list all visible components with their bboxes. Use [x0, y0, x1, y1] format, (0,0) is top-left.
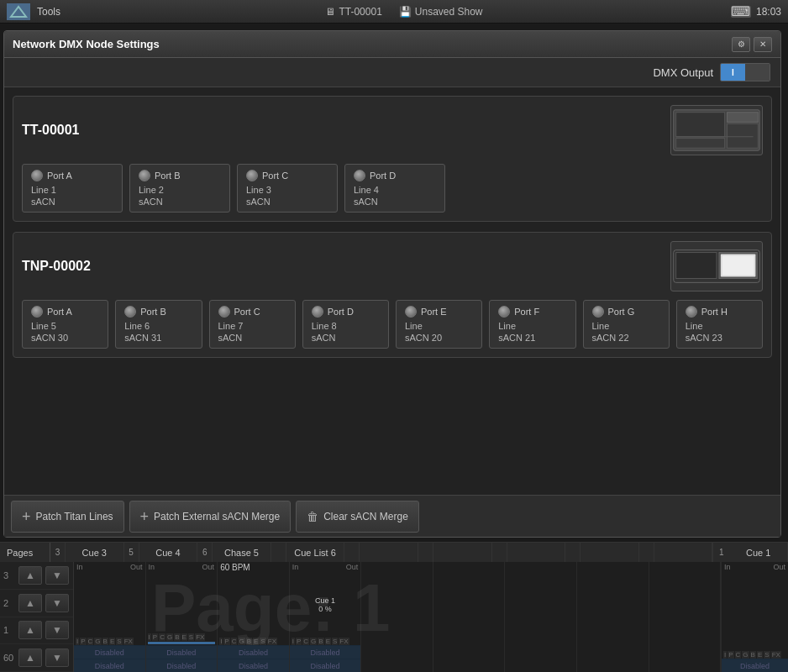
slot-top-slot-cuelist6: Cue 10 % [290, 572, 361, 638]
page-num-8 [639, 543, 654, 562]
slot-top-slot-e5 [649, 562, 721, 672]
right-slot-flag-P: P [728, 651, 733, 659]
port-protocol-node-tnp00002-7: sACN 23 [686, 333, 754, 343]
port-protocol-node-tnp00002-2: sACN [218, 333, 286, 343]
modal-network-dmx: Network DMX Node Settings ⚙ ✕ DMX Output… [3, 30, 781, 538]
slot-flag-G-slot-cue3: G [94, 638, 101, 645]
action-btn-label-btn-clear-sacn: Clear sACN Merge [323, 511, 408, 522]
port-protocol-node-tnp00002-5: sACN 21 [498, 333, 566, 343]
modal-close-button[interactable]: ✕ [754, 37, 772, 52]
port-card-node-tnp00002-1[interactable]: Port BLine 6sACN 31 [115, 300, 202, 349]
ports-row-node-tnp00002: Port ALine 5sACN 30Port BLine 6sACN 31Po… [22, 300, 763, 349]
action-btn-btn-clear-sacn[interactable]: 🗑Clear sACN Merge [296, 501, 419, 533]
slot-status2-slot-chase5: Disabled [218, 659, 289, 672]
pages-label: Pages [0, 543, 50, 562]
slot-out-label-slot-cue3: Out [130, 563, 143, 571]
node-block-node-tnp00002: TNP-00002 Port ALine 5sACN 30Port BLine … [13, 232, 772, 358]
page-ctrl-num-2: 1 [3, 625, 15, 635]
slot-flag-FX-slot-cue4: FX [195, 633, 205, 641]
slot-status2-slot-cue4: Disabled [146, 659, 218, 672]
port-card-node-tnp00002-5[interactable]: Port FLinesACN 21 [489, 300, 575, 349]
slot-flag-I-slot-cue4: I [148, 633, 151, 641]
page-arrow-down-0[interactable]: ▼ [45, 566, 69, 585]
page-tab-cue3[interactable]: Cue 3 [66, 543, 124, 562]
right-slot-flag-FX: FX [771, 651, 781, 659]
port-card-node-tnp00002-7[interactable]: Port HLinesACN 23 [676, 300, 763, 349]
show-label: 💾 Unsaved Show [399, 6, 483, 18]
top-bar: Tools 🖥 TT-00001 💾 Unsaved Show ⌨ 18:03 [0, 0, 788, 24]
page-num-5 [418, 543, 433, 562]
port-line-node-tnp00002-7: Line [686, 321, 754, 331]
page-arrow-up-1[interactable]: ▲ [18, 594, 42, 612]
right-slot-io: InOut [722, 562, 788, 572]
slot-flag-G-slot-cue4: G [166, 633, 173, 641]
page-arrow-down-2[interactable]: ▼ [45, 621, 69, 639]
page-tab-empty5[interactable] [654, 543, 713, 562]
right-cue-slot: InOutIPCGBESFXDisabled [721, 562, 788, 672]
node-header-node-tnp00002: TNP-00002 [22, 241, 763, 291]
port-card-node-tt00001-2[interactable]: Port CLine 3sACN [237, 164, 338, 213]
port-card-node-tt00001-1[interactable]: Port BLine 2sACN [129, 164, 230, 213]
page-tab-cue1[interactable]: Cue 1 [729, 543, 788, 562]
port-card-node-tt00001-3[interactable]: Port DLine 4sACN [344, 164, 445, 213]
port-indicator-node-tt00001-0 [31, 170, 43, 181]
page-tab-empty3[interactable] [507, 543, 566, 562]
action-btn-label-btn-patch-titan: Patch Titan Lines [36, 511, 113, 522]
page-tab-empty2[interactable] [433, 543, 492, 562]
right-slot-flag-S: S [764, 651, 770, 659]
port-card-node-tt00001-0[interactable]: Port ALine 1sACN [22, 164, 123, 213]
right-slot-out: Out [773, 563, 785, 571]
node-image-node-tt00001 [670, 105, 763, 155]
slot-flag-S-slot-chase5: S [260, 638, 265, 645]
port-name-node-tt00001-1: Port B [155, 171, 181, 181]
action-btn-btn-patch-titan[interactable]: +Patch Titan Lines [11, 501, 124, 533]
right-slot-flag-I: I [723, 651, 727, 659]
right-slot-flag-C: C [735, 651, 742, 659]
port-card-node-tnp00002-0[interactable]: Port ALine 5sACN 30 [22, 300, 108, 349]
port-indicator-node-tnp00002-3 [312, 306, 323, 318]
page-arrow-up-2[interactable]: ▲ [18, 621, 42, 639]
slot-flag-B-slot-cue3: B [102, 638, 108, 645]
page-tab-empty1[interactable] [360, 543, 418, 562]
page-ctrl-row-1: 2▲▼ [0, 590, 73, 617]
right-slot-flags: IPCGBESFX [722, 651, 788, 659]
dmx-output-label: DMX Output [653, 66, 713, 79]
port-card-node-tnp00002-6[interactable]: Port GLinesACN 22 [583, 300, 670, 349]
port-protocol-node-tnp00002-3: sACN [312, 333, 380, 343]
right-slot-flag-G: G [742, 651, 749, 659]
slot-io-slot-chase5: 60 BPM [218, 562, 289, 573]
playback-slot-slot-cuelist6: InOutCue 10 %IPCGBESFXDisabledDisabled [290, 562, 362, 672]
page-arrow-up-0[interactable]: ▲ [18, 566, 42, 585]
page-arrow-down-3[interactable]: ▼ [45, 648, 69, 667]
port-protocol-node-tt00001-2: sACN [246, 197, 328, 207]
port-indicator-node-tt00001-1 [139, 170, 150, 181]
modal-gear-button[interactable]: ⚙ [732, 37, 750, 52]
svg-rect-3 [676, 113, 725, 137]
port-line-node-tnp00002-4: Line [405, 321, 473, 331]
port-line-node-tnp00002-6: Line [592, 321, 660, 331]
page-tab-empty4[interactable] [580, 543, 639, 562]
port-indicator-node-tnp00002-1 [124, 306, 136, 318]
plus-icon: + [140, 509, 150, 524]
action-btn-btn-patch-external[interactable]: +Patch External sACN Merge [129, 501, 292, 533]
port-indicator-node-tnp00002-4 [405, 306, 417, 318]
show-icon: 💾 [399, 6, 412, 18]
slot-out-label-slot-cuelist6: Out [346, 563, 359, 571]
page-tab-cue4[interactable]: Cue 4 [139, 543, 198, 562]
port-card-node-tnp00002-4[interactable]: Port ELinesACN 20 [396, 300, 482, 349]
page-right-num: 1 [712, 543, 729, 562]
port-line-node-tnp00002-5: Line [498, 321, 566, 331]
dmx-output-toggle[interactable]: I [720, 63, 770, 81]
page-arrow-down-1[interactable]: ▼ [45, 594, 69, 612]
page-arrow-up-3[interactable]: ▲ [18, 648, 42, 667]
slot-bpm-slot-chase5: 60 BPM [220, 563, 250, 572]
page-controls: 3▲▼2▲▼1▲▼60▲▼ [0, 562, 74, 672]
slot-status1-slot-cue4: Disabled [146, 645, 218, 659]
page-tab-chase5[interactable]: Chase 5 [213, 543, 271, 562]
port-card-node-tnp00002-2[interactable]: Port CLine 7sACN [209, 300, 296, 349]
page-tab-cuelist6[interactable]: Cue List 6 [286, 543, 345, 562]
port-card-node-tnp00002-3[interactable]: Port DLine 8sACN [302, 300, 389, 349]
playback-slot-slot-chase5: 60 BPMIPCGBESFXDisabledDisabled [218, 562, 290, 672]
page-left-num: 3 [50, 543, 66, 562]
port-name-node-tt00001-0: Port A [47, 171, 72, 181]
